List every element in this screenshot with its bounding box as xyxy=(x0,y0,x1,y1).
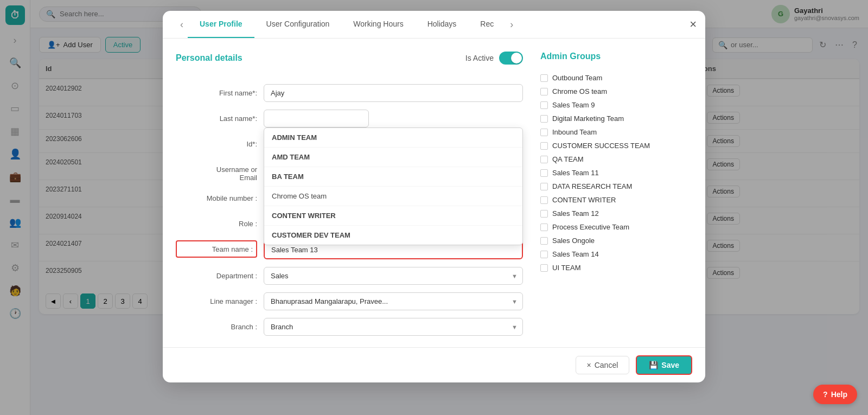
save-label: Save xyxy=(661,361,679,369)
help-button[interactable]: ? Help xyxy=(813,385,857,404)
department-label: Department : xyxy=(176,267,257,280)
group-checkbox[interactable] xyxy=(540,156,548,163)
personal-details-section: Personal details Is Active ✓ First name*… xyxy=(176,52,523,334)
group-checkbox[interactable] xyxy=(540,224,548,231)
group-label: Chrome OS team xyxy=(552,87,607,95)
modal-close-button[interactable]: × xyxy=(690,18,697,30)
branch-dropdown-wrapper: Branch ▼ xyxy=(264,318,523,336)
group-label: Process Executive Team xyxy=(552,223,629,231)
tab-user-configuration[interactable]: User Configuration xyxy=(254,11,342,38)
modal-overlay[interactable]: ‹ User Profile User Configuration Workin… xyxy=(0,0,868,415)
group-checkbox[interactable] xyxy=(540,183,548,190)
admin-group-item[interactable]: QA TEAM xyxy=(540,152,692,166)
group-checkbox[interactable] xyxy=(540,210,548,218)
tab-holidays[interactable]: Holidays xyxy=(416,11,469,38)
modal-body: Personal details Is Active ✓ First name*… xyxy=(163,39,705,347)
department-select[interactable]: Sales xyxy=(264,267,523,285)
group-label: Sales Team 11 xyxy=(552,169,599,177)
dropdown-item-content-writer[interactable]: CONTENT WRITER xyxy=(264,206,522,226)
group-checkbox[interactable] xyxy=(540,251,548,258)
group-checkbox[interactable] xyxy=(540,115,548,123)
admin-group-item[interactable]: Process Executive Team xyxy=(540,220,692,234)
first-name-input[interactable] xyxy=(264,84,523,102)
branch-label: Branch : xyxy=(176,318,257,331)
is-active-toggle[interactable]: ✓ xyxy=(499,52,523,65)
admin-group-item[interactable]: DATA RESEARCH TEAM xyxy=(540,180,692,193)
tab-rec[interactable]: Rec xyxy=(468,11,506,38)
group-label: Sales Team 14 xyxy=(552,250,599,258)
branch-select[interactable]: Branch xyxy=(264,318,523,336)
help-icon: ? xyxy=(823,390,828,399)
help-label: Help xyxy=(831,390,847,399)
mobile-label: Mobile number : xyxy=(176,189,257,202)
group-checkbox[interactable] xyxy=(540,74,548,82)
group-label: CUSTOMER SUCCESS TEAM xyxy=(552,142,650,150)
group-label: DATA RESEARCH TEAM xyxy=(552,182,632,190)
admin-group-item[interactable]: Inbound Team xyxy=(540,125,692,139)
admin-groups-title: Admin Groups xyxy=(540,52,692,61)
group-checkbox[interactable] xyxy=(540,142,548,150)
last-name-input[interactable] xyxy=(264,110,369,127)
role-label: Role : xyxy=(176,215,257,228)
admin-group-item[interactable]: Sales Team 9 xyxy=(540,98,692,112)
admin-group-item[interactable]: UI TEAM xyxy=(540,261,692,274)
line-manager-select[interactable]: Bhanuprasad Mangalarapu, Pravee... xyxy=(264,292,523,310)
tab-user-profile[interactable]: User Profile xyxy=(188,11,254,38)
dropdown-item-chrome-os[interactable]: Chrome OS team xyxy=(264,187,522,206)
modal-header: ‹ User Profile User Configuration Workin… xyxy=(163,11,705,39)
admin-group-item[interactable]: Sales Team 11 xyxy=(540,166,692,180)
line-manager-label: Line manager : xyxy=(176,292,257,305)
group-checkbox[interactable] xyxy=(540,196,548,204)
dropdown-item-admin-team[interactable]: ADMIN TEAM xyxy=(264,128,522,148)
cancel-button[interactable]: × Cancel xyxy=(576,356,630,374)
dropdown-item-amd-team[interactable]: AMD TEAM xyxy=(264,148,522,167)
admin-groups-list: Outbound Team Chrome OS team Sales Team … xyxy=(540,71,692,274)
cancel-label: Cancel xyxy=(595,361,618,369)
admin-group-item[interactable]: Sales Ongole xyxy=(540,234,692,247)
group-checkbox[interactable] xyxy=(540,101,548,109)
group-checkbox[interactable] xyxy=(540,169,548,177)
group-label: Outbound Team xyxy=(552,74,602,82)
group-checkbox[interactable] xyxy=(540,264,548,272)
group-checkbox[interactable] xyxy=(540,237,548,245)
admin-group-item[interactable]: CONTENT WRITER xyxy=(540,193,692,207)
modal-footer: × Cancel 💾 Save xyxy=(163,347,705,382)
modal-prev-button[interactable]: ‹ xyxy=(176,15,188,35)
group-checkbox[interactable] xyxy=(540,129,548,136)
line-manager-dropdown-wrapper: Bhanuprasad Mangalarapu, Pravee... ▼ xyxy=(264,292,523,310)
dropdown-item-ba-team[interactable]: BA TEAM xyxy=(264,167,522,187)
admin-group-item[interactable]: Chrome OS team xyxy=(540,85,692,98)
group-label: Inbound Team xyxy=(552,128,597,136)
group-label: CONTENT WRITER xyxy=(552,196,616,204)
last-name-row: Last name*: ADMIN TEAM AMD TEAM BA TEAM … xyxy=(176,110,523,127)
department-row: Department : Sales ▼ xyxy=(176,267,523,285)
group-label: Sales Team 9 xyxy=(552,101,595,109)
last-name-dropdown-wrapper: ADMIN TEAM AMD TEAM BA TEAM Chrome OS te… xyxy=(264,110,523,127)
is-active-row: Is Active ✓ xyxy=(465,52,523,65)
dropdown-item-customer-dev[interactable]: CUSTOMER DEV TEAM xyxy=(264,226,522,245)
admin-group-item[interactable]: Outbound Team xyxy=(540,71,692,85)
group-label: Sales Team 12 xyxy=(552,209,599,218)
admin-group-item[interactable]: Digital Marketing Team xyxy=(540,112,692,125)
personal-details-title: Personal details xyxy=(176,53,242,63)
id-label: Id*: xyxy=(176,135,257,148)
username-label: Username orEmail xyxy=(176,161,257,182)
group-label: UI TEAM xyxy=(552,264,581,272)
group-label: Sales Ongole xyxy=(552,237,595,245)
admin-group-item[interactable]: Sales Team 14 xyxy=(540,247,692,261)
tab-working-hours[interactable]: Working Hours xyxy=(341,11,415,38)
save-button[interactable]: 💾 Save xyxy=(636,355,692,375)
admin-group-item[interactable]: CUSTOMER SUCCESS TEAM xyxy=(540,139,692,152)
user-profile-modal: ‹ User Profile User Configuration Workin… xyxy=(163,11,705,382)
group-label: QA TEAM xyxy=(552,155,584,163)
branch-row: Branch : Branch ▼ xyxy=(176,318,523,336)
admin-groups-section: Admin Groups Outbound Team Chrome OS tea… xyxy=(540,52,692,334)
first-name-row: First name*: xyxy=(176,84,523,102)
save-icon: 💾 xyxy=(649,361,658,369)
team-name-label: Team name : xyxy=(176,240,257,258)
department-dropdown-wrapper: Sales ▼ xyxy=(264,267,523,285)
group-checkbox[interactable] xyxy=(540,88,548,95)
first-name-label: First name*: xyxy=(176,84,257,97)
admin-group-item[interactable]: Sales Team 12 xyxy=(540,207,692,220)
modal-next-button[interactable]: › xyxy=(506,15,518,35)
